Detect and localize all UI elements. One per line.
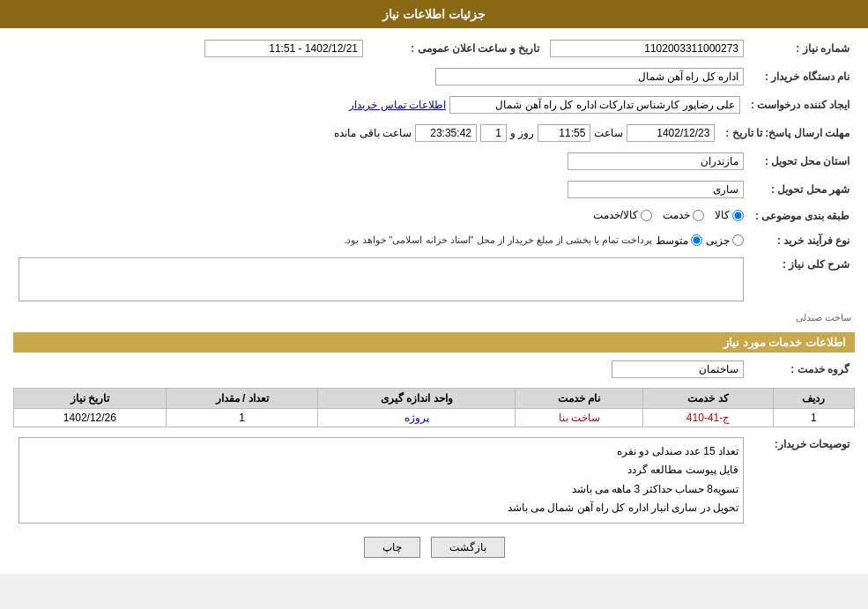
col-row: ردیف bbox=[773, 388, 854, 408]
category-option-kala-khedmat: کالا/خدمت bbox=[593, 209, 652, 221]
requester-label: ایجاد کننده درخواست : bbox=[746, 93, 855, 116]
process-radio-jozi[interactable] bbox=[732, 234, 744, 246]
cell-service-name: ساخت بنا bbox=[516, 408, 643, 427]
table-row: 1 ج-41-410 ساخت بنا پروژه 1 1402/12/26 bbox=[14, 408, 855, 427]
back-button[interactable]: بازگشت bbox=[431, 537, 505, 558]
service-group-row: گروه خدمت : ساختمان bbox=[13, 358, 855, 381]
cell-service-code: ج-41-410 bbox=[643, 408, 774, 427]
reply-remaining-label: ساعت باقی مانده bbox=[334, 127, 412, 139]
need-number-label: شماره نیاز : bbox=[749, 37, 855, 60]
page-title: جزئیات اطلاعات نیاز bbox=[382, 7, 486, 21]
category-radio-kala-khedmat[interactable] bbox=[641, 210, 652, 221]
col-date: تاریخ نیاز bbox=[14, 388, 167, 408]
reply-remaining-value: 23:35:42 bbox=[415, 124, 477, 142]
buyer-desc-line: فایل پیوست مطالعه گردد bbox=[24, 461, 738, 480]
buyer-desc-box: تعداد 15 عدد صندلی دو نفرهفایل پیوست مطا… bbox=[19, 437, 744, 524]
city-value: ساری bbox=[568, 181, 744, 198]
page-header: جزئیات اطلاعات نیاز bbox=[0, 0, 868, 28]
info-section-1: شماره نیاز : 1102003311000273 تاریخ و سا… bbox=[13, 37, 855, 60]
info-section-3: ایجاد کننده درخواست : علی رضاپور کارشناس… bbox=[13, 93, 855, 116]
buttons-row: بازگشت چاپ bbox=[13, 537, 855, 558]
buyer-desc-line: تسویه8 حساب حداکثر 3 ماهه می باشد bbox=[24, 480, 738, 500]
buyer-org-value: اداره کل راه آهن شمال bbox=[435, 68, 744, 85]
cell-row: 1 bbox=[773, 408, 854, 427]
city-label: شهر محل تحویل : bbox=[749, 178, 855, 201]
announcement-date-label: تاریخ و ساعت اعلان عمومی : bbox=[368, 37, 545, 60]
process-radio-motavaset[interactable] bbox=[691, 234, 702, 246]
info-section-7: طبقه بندی موضوعی : کالا خدمت bbox=[13, 206, 855, 227]
info-section-6: شهر محل تحویل : ساری bbox=[13, 178, 855, 201]
cell-unit: پروژه bbox=[318, 408, 516, 427]
general-desc-hint: ساخت صندلی bbox=[13, 312, 855, 323]
reply-days-value: 1 bbox=[480, 124, 507, 142]
buyer-org-label: نام دستگاه خریدار : bbox=[749, 65, 855, 88]
general-desc-label: شرح کلی نیاز : bbox=[749, 255, 855, 307]
info-section-4: مهلت ارسال پاسخ: تا تاریخ : 1402/12/23 س… bbox=[13, 122, 855, 145]
info-section-8: نوع فرآیند خرید : جزیی متوسط پرداخت تمام… bbox=[13, 232, 855, 249]
buyer-desc-label: توصیحات خریدار: bbox=[749, 434, 855, 526]
buyer-desc-line: تعداد 15 عدد صندلی دو نفره bbox=[24, 442, 738, 462]
print-button[interactable]: چاپ bbox=[364, 537, 420, 558]
info-section-9: شرح کلی نیاز : bbox=[13, 255, 855, 307]
province-label: استان محل تحویل : bbox=[749, 150, 855, 173]
category-radio-group: کالا خدمت کالا/خدمت bbox=[593, 209, 744, 221]
page-wrapper: جزئیات اطلاعات نیاز شماره نیاز : 1102003… bbox=[0, 0, 868, 574]
reply-time-label: ساعت bbox=[594, 127, 623, 139]
category-option-kala: کالا bbox=[715, 209, 744, 221]
services-section-title: اطلاعات خدمات مورد نیاز bbox=[13, 332, 855, 353]
process-option-jozi: جزیی bbox=[706, 234, 744, 247]
col-quantity: تعداد / مقدار bbox=[166, 388, 318, 408]
contact-info-link[interactable]: اطلاعات تماس خریدار bbox=[349, 99, 446, 111]
buyer-desc-section: توصیحات خریدار: تعداد 15 عدد صندلی دو نف… bbox=[13, 434, 855, 526]
reply-days-label: روز و bbox=[510, 127, 534, 139]
reply-time-value: 11:55 bbox=[538, 124, 590, 142]
info-section-2: نام دستگاه خریدار : اداره کل راه آهن شما… bbox=[13, 65, 855, 88]
services-table: ردیف کد خدمت نام خدمت واحد اندازه گیری ت… bbox=[13, 388, 855, 427]
need-number-value: 1102003311000273 bbox=[550, 40, 744, 57]
main-content: شماره نیاز : 1102003311000273 تاریخ و سا… bbox=[0, 28, 868, 574]
cell-date: 1402/12/26 bbox=[14, 408, 167, 427]
service-group-value: ساختمان bbox=[612, 360, 744, 378]
category-radio-khedmat[interactable] bbox=[693, 210, 704, 221]
category-label: طبقه بندی موضوعی : bbox=[749, 206, 855, 227]
category-radio-kala[interactable] bbox=[732, 210, 744, 221]
cell-quantity: 1 bbox=[166, 408, 318, 427]
process-label: نوع فرآیند خرید : bbox=[749, 232, 855, 249]
requester-value: علی رضاپور کارشناس تدارکات اداره کل راه … bbox=[449, 96, 740, 114]
service-group-label: گروه خدمت : bbox=[749, 358, 855, 381]
province-value: مازندران bbox=[568, 152, 744, 170]
reply-date-label: مهلت ارسال پاسخ: تا تاریخ : bbox=[720, 122, 855, 145]
general-desc-textarea[interactable] bbox=[19, 257, 744, 301]
category-option-khedmat: خدمت bbox=[663, 209, 704, 221]
col-service-code: کد خدمت bbox=[643, 388, 774, 408]
process-notice: پرداخت تمام یا بخشی از مبلغ خریدار از مح… bbox=[344, 234, 652, 246]
buyer-desc-line: تحویل در ساری انبار اداره کل راه آهن شما… bbox=[24, 499, 738, 518]
process-option-motavaset: متوسط bbox=[656, 234, 702, 247]
col-unit: واحد اندازه گیری bbox=[318, 388, 516, 408]
col-service-name: نام خدمت bbox=[516, 388, 643, 408]
reply-date-value: 1402/12/23 bbox=[627, 124, 715, 142]
announcement-date-value: 1402/12/21 - 11:51 bbox=[204, 40, 363, 57]
info-section-5: استان محل تحویل : مازندران bbox=[13, 150, 855, 173]
